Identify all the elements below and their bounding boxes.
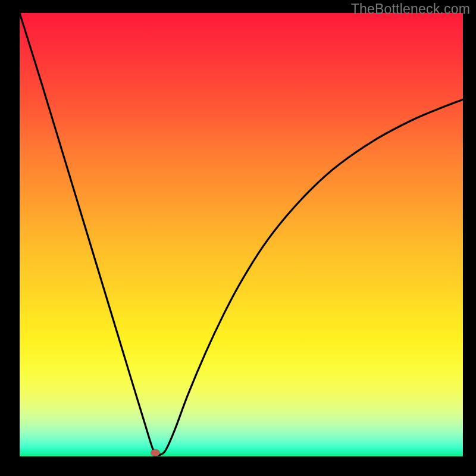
bottleneck-curve: [20, 13, 463, 455]
plot-area: [20, 13, 463, 456]
chart-frame: TheBottleneck.com: [0, 0, 476, 476]
watermark-text: TheBottleneck.com: [351, 1, 470, 17]
marker-dot: [151, 449, 159, 456]
curve-svg: [20, 13, 463, 456]
